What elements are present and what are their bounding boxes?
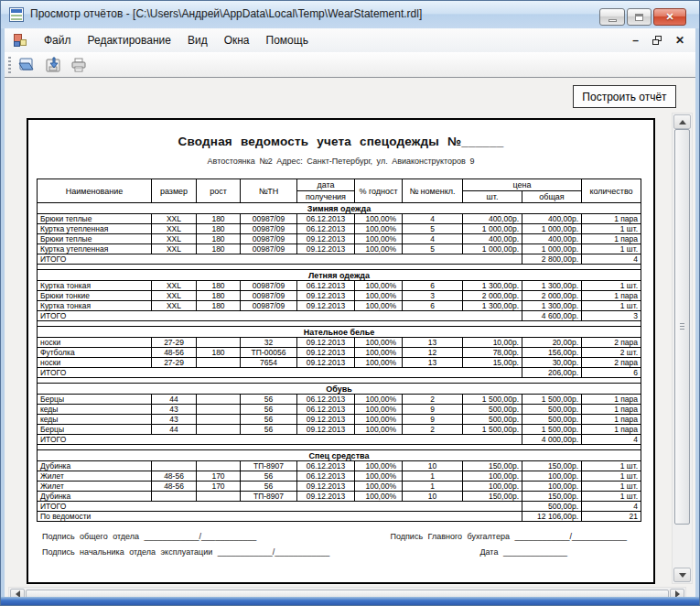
total-label: ИТОГО xyxy=(38,435,522,445)
col-header-tn: №ТН xyxy=(241,179,297,203)
mdi-minimize-button[interactable]: – xyxy=(632,35,639,46)
total-count: 3 xyxy=(582,311,641,321)
cell-price-total: 20,00р. xyxy=(522,338,582,348)
cell-percent: 100,00% xyxy=(355,224,403,234)
cell-name: Брюки теплые xyxy=(38,214,152,224)
cell-date: 06.12.2013 xyxy=(297,471,355,482)
signature-operations-head: Подпись начальника отдела эксплуатации _… xyxy=(42,547,390,557)
cell-size: 43 xyxy=(152,405,197,415)
grand-total-label: По ведомости xyxy=(38,512,522,522)
arrow-right-icon xyxy=(675,590,680,597)
total-row: ИТОГО4 600,00р.3 xyxy=(38,311,641,321)
vertical-scrollbar-thumb[interactable] xyxy=(674,129,690,525)
col-header-percent: % годност xyxy=(355,179,403,203)
menu-edit[interactable]: Редактирование xyxy=(80,30,179,50)
save-icon[interactable] xyxy=(42,55,64,75)
scroll-up-button[interactable] xyxy=(673,114,691,129)
cell-percent: 100,00% xyxy=(355,234,403,244)
signature-date: Дата ______________ xyxy=(390,547,642,557)
open-icon[interactable] xyxy=(16,55,38,75)
horizontal-scrollbar-thumb[interactable] xyxy=(26,590,669,597)
cell-percent: 100,00% xyxy=(355,214,403,224)
menu-bar: Файл Редактирование Вид Окна Помощь – ✕ xyxy=(5,28,695,52)
col-header-qty: количество xyxy=(582,179,641,203)
cell-qty: 1 пара xyxy=(582,214,641,224)
cell-percent: 100,00% xyxy=(355,338,403,348)
cell-tn: 56 xyxy=(241,405,297,415)
total-sum: 500,00р. xyxy=(522,502,582,512)
cell-qty: 1 шт. xyxy=(582,244,641,254)
cell-qty: 1 пара xyxy=(582,234,641,244)
cell-height xyxy=(197,338,241,348)
total-count: 4 xyxy=(582,502,641,512)
cell-nomenkl: 4 xyxy=(403,234,463,244)
cell-date: 06.12.2013 xyxy=(297,281,355,291)
cell-date: 06.12.2013 xyxy=(297,224,355,234)
signature-general-dept: Подпись общего отдела ____________/_____… xyxy=(42,532,390,541)
menu-file[interactable]: Файл xyxy=(36,30,80,50)
mdi-child-icon xyxy=(14,34,27,47)
cell-tn: 32 xyxy=(241,338,297,348)
total-sum: 206,00р. xyxy=(522,368,582,378)
report-subtitle: Автостоянка №2 Адрес: Санкт-Петербург, у… xyxy=(28,157,653,166)
title-bar: Просмотр отчётов - [C:\Users\Андрей\AppD… xyxy=(1,1,699,28)
cell-percent: 100,00% xyxy=(355,244,403,254)
cell-price-total: 1 300,00р. xyxy=(522,301,582,311)
cell-size: XXL xyxy=(152,234,197,244)
cell-height: 180 xyxy=(197,301,241,311)
cell-size: XXL xyxy=(152,224,197,234)
cell-price-unit: 150,00р. xyxy=(463,492,522,502)
arrow-down-icon xyxy=(679,573,686,578)
cell-price-total: 1 500,00р. xyxy=(522,395,582,405)
vertical-scrollbar[interactable] xyxy=(672,113,693,584)
scroll-right-button[interactable] xyxy=(670,589,684,597)
cell-price-unit: 10,00р. xyxy=(463,338,522,348)
col-header-nomenkl: № номенкл. xyxy=(403,179,463,203)
close-button[interactable]: ✕ xyxy=(653,8,686,26)
cell-qty: 1 шт. xyxy=(582,301,641,311)
form-client-area: Построить отчёт Сводная ведомость учета … xyxy=(5,77,695,597)
build-report-button[interactable]: Построить отчёт xyxy=(573,85,676,108)
menu-windows[interactable]: Окна xyxy=(216,30,258,50)
cell-name: Брюки тонкие xyxy=(38,291,152,301)
cell-tn: 7654 xyxy=(241,358,297,368)
cell-date: 09.12.2013 xyxy=(297,415,355,425)
cell-percent: 100,00% xyxy=(355,281,403,291)
section-title: Спец средства xyxy=(38,450,641,461)
menu-help[interactable]: Помощь xyxy=(258,30,317,50)
cell-nomenkl: 9 xyxy=(403,405,463,415)
cell-date: 09.12.2013 xyxy=(297,358,355,368)
print-icon[interactable] xyxy=(68,55,90,75)
cell-tn: 00987/09 xyxy=(241,281,297,291)
cell-nomenkl: 3 xyxy=(403,291,463,301)
cell-size: 43 xyxy=(152,415,197,425)
window-frame-bottom xyxy=(1,597,699,605)
table-row: Берцы445606.12.2013100,00%21 500,00р.1 5… xyxy=(38,395,641,405)
cell-size: XXL xyxy=(152,244,197,254)
mdi-close-button[interactable]: ✕ xyxy=(675,35,684,46)
mdi-restore-button[interactable] xyxy=(652,36,662,45)
maximize-icon xyxy=(635,14,643,21)
cell-price-total: 1 500,00р. xyxy=(522,425,582,435)
table-row: Берцы445609.12.2013100,00%21 500,00р.1 5… xyxy=(38,425,641,435)
cell-price-total: 2 000,00р. xyxy=(522,291,582,301)
maximize-button[interactable] xyxy=(627,8,652,26)
minimize-button[interactable] xyxy=(599,8,625,26)
menu-view[interactable]: Вид xyxy=(179,30,216,50)
cell-tn: 56 xyxy=(241,482,297,492)
arrow-left-icon xyxy=(16,590,20,597)
horizontal-scrollbar[interactable] xyxy=(8,587,686,597)
cell-nomenkl: 13 xyxy=(403,338,463,348)
cell-qty: 1 шт. xyxy=(582,471,641,482)
cell-tn: 56 xyxy=(241,415,297,425)
header-row-1: Наименование размер рост №ТН дата % годн… xyxy=(38,179,641,191)
section-row: Обувь xyxy=(38,384,641,395)
cell-size: 48-56 xyxy=(152,348,197,358)
section-row: Зимняя одежда xyxy=(38,203,641,214)
scroll-down-button[interactable] xyxy=(673,568,691,582)
scroll-left-button[interactable] xyxy=(10,589,25,597)
total-count: 4 xyxy=(582,435,641,445)
cell-nomenkl: 13 xyxy=(403,358,463,368)
cell-nomenkl: 10 xyxy=(403,461,463,471)
cell-price-total: 400,00р. xyxy=(522,234,582,244)
